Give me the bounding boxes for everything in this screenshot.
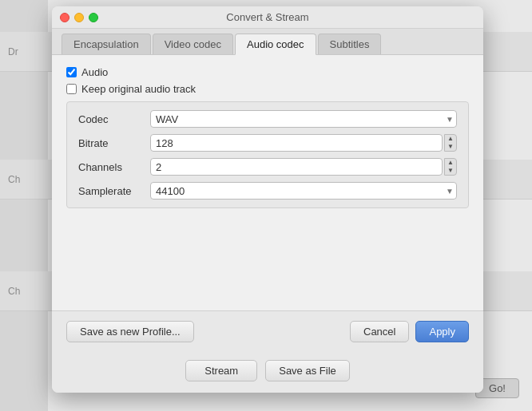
bitrate-control: ▲ ▼ [150, 134, 457, 152]
bitrate-up-arrow[interactable]: ▲ [445, 135, 456, 143]
bitrate-down-arrow[interactable]: ▼ [445, 143, 456, 151]
tab-content: Audio Keep original audio track Codec WA… [52, 55, 483, 310]
audio-checkbox-row: Audio [66, 66, 469, 78]
tab-video-codec[interactable]: Video codec [153, 34, 233, 54]
minimize-button[interactable] [74, 13, 84, 22]
save-profile-button[interactable]: Save as new Profile... [66, 321, 194, 342]
cancel-button[interactable]: Cancel [350, 321, 409, 342]
channels-spinner[interactable]: ▲ ▼ [444, 158, 457, 176]
keep-original-row: Keep original audio track [66, 83, 469, 95]
keep-original-checkbox[interactable] [66, 84, 77, 94]
audio-settings-form: Codec WAV MP3 AAC FLAC Vorbis ▼ [66, 101, 469, 208]
maximize-button[interactable] [89, 13, 98, 22]
bitrate-spinner[interactable]: ▲ ▼ [444, 134, 457, 152]
codec-select-wrapper: WAV MP3 AAC FLAC Vorbis ▼ [150, 110, 457, 128]
codec-control: WAV MP3 AAC FLAC Vorbis ▼ [150, 110, 457, 128]
codec-label: Codec [78, 113, 150, 125]
samplerate-select[interactable]: 44100 22050 11025 48000 [150, 182, 457, 200]
titlebar: Convert & Stream [52, 6, 483, 29]
channels-input[interactable] [150, 158, 443, 176]
audio-checkbox[interactable] [66, 67, 77, 77]
bitrate-input[interactable] [150, 134, 443, 152]
action-bar: Save as new Profile... Cancel Apply [52, 310, 483, 352]
audio-label[interactable]: Audio [81, 66, 108, 78]
close-button[interactable] [60, 13, 69, 22]
channels-up-arrow[interactable]: ▲ [445, 159, 456, 167]
right-buttons: Cancel Apply [350, 321, 469, 342]
tab-subtitles[interactable]: Subtitles [318, 34, 382, 54]
channels-down-arrow[interactable]: ▼ [445, 167, 456, 175]
channels-label: Channels [78, 161, 150, 173]
tab-encapsulation[interactable]: Encapsulation [62, 34, 151, 54]
channels-control: ▲ ▼ [150, 158, 457, 176]
bitrate-row: Bitrate ▲ ▼ [78, 134, 457, 152]
tab-audio-codec[interactable]: Audio codec [235, 34, 316, 55]
codec-row: Codec WAV MP3 AAC FLAC Vorbis ▼ [78, 110, 457, 128]
samplerate-label: Samplerate [78, 185, 150, 197]
stream-button[interactable]: Stream [185, 360, 257, 381]
samplerate-row: Samplerate 44100 22050 11025 48000 ▼ [78, 182, 457, 200]
footer-bar: Stream Save as File [52, 352, 483, 393]
tab-bar: Encapsulation Video codec Audio codec Su… [52, 29, 483, 55]
window-controls [60, 13, 98, 22]
keep-original-label[interactable]: Keep original audio track [81, 83, 196, 95]
channels-row: Channels ▲ ▼ [78, 158, 457, 176]
samplerate-select-wrapper: 44100 22050 11025 48000 ▼ [150, 182, 457, 200]
apply-button[interactable]: Apply [415, 321, 469, 342]
convert-stream-dialog: Convert & Stream Encapsulation Video cod… [52, 6, 483, 393]
samplerate-control: 44100 22050 11025 48000 ▼ [150, 182, 457, 200]
bitrate-label: Bitrate [78, 137, 150, 149]
codec-select[interactable]: WAV MP3 AAC FLAC Vorbis [150, 110, 457, 128]
window-title: Convert & Stream [226, 11, 308, 23]
save-as-file-button[interactable]: Save as File [265, 360, 350, 381]
